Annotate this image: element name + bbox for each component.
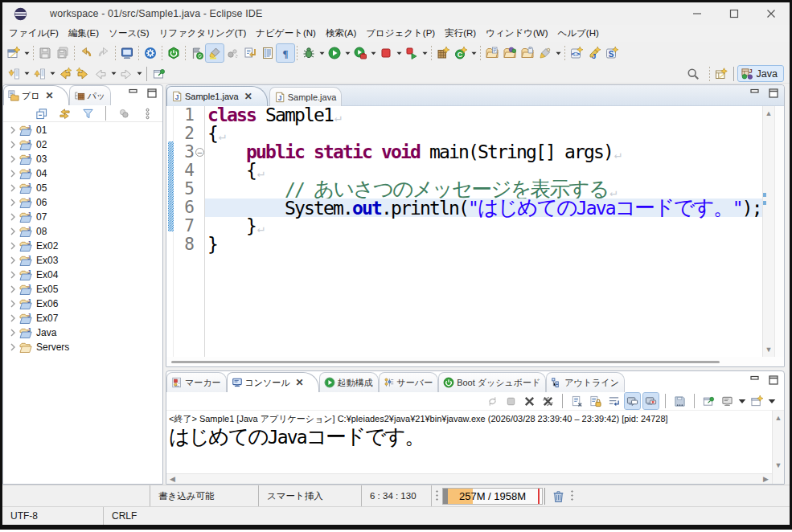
back-dropdown[interactable] bbox=[109, 65, 117, 83]
forward-dropdown[interactable] bbox=[135, 65, 143, 83]
close-tab-icon[interactable]: ✕ bbox=[244, 91, 252, 102]
collapse-all-button[interactable] bbox=[32, 104, 50, 122]
terminate-relaunch-button[interactable] bbox=[485, 393, 500, 409]
scroll-down-arrow[interactable]: ▼ bbox=[763, 344, 774, 355]
editor-vscrollbar[interactable]: ▲ ▼ bbox=[762, 106, 774, 357]
show-stderr-button[interactable] bbox=[643, 393, 659, 409]
minimize-view-button[interactable] bbox=[129, 88, 139, 100]
prev-annotation-button[interactable] bbox=[31, 65, 48, 83]
menu-ウィンドウ(W)[interactable]: ウィンドウ(W) bbox=[481, 25, 552, 42]
profile-button[interactable] bbox=[351, 44, 369, 62]
open-perspective-button[interactable] bbox=[712, 65, 730, 83]
terminal-button[interactable] bbox=[118, 44, 136, 62]
stop-gray-button[interactable] bbox=[503, 393, 519, 409]
last-edit-button[interactable] bbox=[56, 65, 74, 83]
new-class-button[interactable] bbox=[452, 44, 470, 62]
next-annotation-button[interactable] bbox=[5, 65, 23, 83]
run-button[interactable] bbox=[326, 44, 343, 62]
pilcrow-button[interactable] bbox=[277, 44, 294, 62]
close-button[interactable] bbox=[753, 2, 790, 25]
explorer-tab-パッ[interactable]: パッ bbox=[69, 85, 112, 105]
folder-type-button[interactable] bbox=[501, 44, 519, 62]
prev-annotation-dropdown[interactable] bbox=[48, 65, 56, 83]
word-wrap-button[interactable] bbox=[606, 393, 622, 409]
doc-outline-button[interactable] bbox=[259, 44, 277, 62]
new-wizard-button[interactable] bbox=[5, 44, 23, 62]
open-console-dropdown[interactable] bbox=[768, 392, 776, 410]
tree-item-08[interactable]: 08 bbox=[3, 224, 162, 239]
display-console-button[interactable] bbox=[720, 393, 735, 409]
view-menu-button[interactable] bbox=[138, 104, 156, 122]
save-button[interactable] bbox=[36, 44, 54, 62]
scroll-left-arrow[interactable]: ◀ bbox=[170, 475, 175, 483]
console-tab-コンソール[interactable]: コンソール✕ bbox=[227, 372, 319, 392]
console-tab-サーバー[interactable]: サーバー bbox=[379, 372, 439, 392]
display-console-dropdown[interactable] bbox=[738, 392, 746, 410]
clear-console-button[interactable] bbox=[569, 393, 585, 409]
tree-item-03[interactable]: 03 bbox=[3, 152, 162, 166]
debug-dropdown[interactable] bbox=[318, 44, 326, 62]
next-annotation-dropdown[interactable] bbox=[23, 65, 31, 83]
console-vscrollbar[interactable]: ▲ ▼ bbox=[772, 411, 784, 484]
editor-tab-Sample1.java[interactable]: Sample1.java✕ bbox=[166, 86, 268, 106]
tree-item-01[interactable]: 01 bbox=[3, 123, 162, 137]
remove-all-button[interactable] bbox=[540, 393, 556, 409]
tree-item-Ex05[interactable]: Ex05 bbox=[3, 282, 162, 297]
tree-item-Java[interactable]: Java bbox=[3, 325, 162, 340]
minimize-view-button[interactable] bbox=[750, 88, 761, 100]
spring-boot-button[interactable] bbox=[165, 44, 183, 62]
menu-ファイル(F)[interactable]: ファイル(F) bbox=[4, 25, 64, 42]
highlighter-button[interactable] bbox=[206, 44, 224, 62]
scroll-down-arrow[interactable]: ▼ bbox=[773, 460, 784, 471]
save-all-button[interactable] bbox=[54, 44, 72, 62]
fold-collapse-icon[interactable]: – bbox=[195, 148, 204, 157]
filter-button[interactable] bbox=[79, 104, 96, 122]
new-wizard-dropdown[interactable] bbox=[23, 44, 31, 62]
menu-ソース(S)[interactable]: ソース(S) bbox=[104, 25, 154, 42]
console-tab-マーカー[interactable]: マーカー bbox=[166, 372, 227, 392]
redo-button[interactable] bbox=[95, 44, 113, 62]
stop-dropdown[interactable] bbox=[395, 44, 403, 62]
tree-item-05[interactable]: 05 bbox=[3, 181, 162, 195]
undo-button[interactable] bbox=[77, 44, 95, 62]
next-edit-button[interactable] bbox=[74, 65, 92, 83]
debug-button[interactable] bbox=[300, 44, 318, 62]
gear-button[interactable] bbox=[142, 44, 159, 62]
remove-launch-button[interactable] bbox=[522, 393, 537, 409]
pin-console-button[interactable] bbox=[701, 393, 716, 409]
console-tab-起動構成[interactable]: 起動構成 bbox=[319, 372, 379, 392]
new-class-dropdown[interactable] bbox=[470, 44, 478, 62]
pin-editor-button[interactable] bbox=[150, 65, 168, 83]
menu-リファクタリング(T)[interactable]: リファクタリング(T) bbox=[154, 25, 251, 42]
marker-pen-button[interactable] bbox=[536, 44, 554, 62]
console-hscrollbar[interactable]: ◀ ▶ bbox=[166, 473, 772, 484]
scroll-up-arrow[interactable]: ▲ bbox=[763, 108, 774, 119]
flag-fetch-button[interactable] bbox=[188, 44, 206, 62]
folder-task-button[interactable] bbox=[483, 44, 501, 62]
open-console-button[interactable] bbox=[749, 393, 765, 409]
tree-item-Ex06[interactable]: Ex06 bbox=[3, 297, 162, 311]
run-dropdown[interactable] bbox=[343, 44, 351, 62]
menu-編集(E)[interactable]: 編集(E) bbox=[64, 25, 104, 42]
close-tab-icon[interactable]: ✕ bbox=[296, 377, 304, 388]
menu-ナビゲート(N)[interactable]: ナビゲート(N) bbox=[251, 25, 321, 42]
tree-item-Ex04[interactable]: Ex04 bbox=[3, 268, 162, 282]
drag-grip[interactable] bbox=[435, 489, 439, 502]
tree-item-Ex07[interactable]: Ex07 bbox=[3, 311, 162, 325]
menu-ヘルプ(H)[interactable]: ヘルプ(H) bbox=[553, 25, 604, 42]
editor-hscrollbar[interactable] bbox=[166, 357, 784, 366]
tree-item-Ex02[interactable]: Ex02 bbox=[3, 239, 162, 253]
tree-item-Servers[interactable]: Servers bbox=[3, 340, 162, 354]
tree-item-07[interactable]: 07 bbox=[3, 210, 162, 224]
code-area[interactable]: class Sample1↵{↵ public static void main… bbox=[205, 106, 762, 357]
tree-item-04[interactable]: 04 bbox=[3, 166, 162, 181]
focus-button[interactable] bbox=[115, 104, 133, 122]
console-tab-Boot ダッシュボード[interactable]: Boot ダッシュボード bbox=[438, 372, 546, 392]
run-garbage-collector-button[interactable] bbox=[549, 487, 567, 505]
menu-実行(R)[interactable]: 実行(R) bbox=[440, 25, 481, 42]
menu-プロジェクト(P)[interactable]: プロジェクト(P) bbox=[361, 25, 440, 42]
tree-item-06[interactable]: 06 bbox=[3, 195, 162, 210]
folder-res-button[interactable] bbox=[519, 44, 536, 62]
jump-to-doc-button[interactable] bbox=[241, 44, 259, 62]
back-button[interactable] bbox=[92, 65, 109, 83]
